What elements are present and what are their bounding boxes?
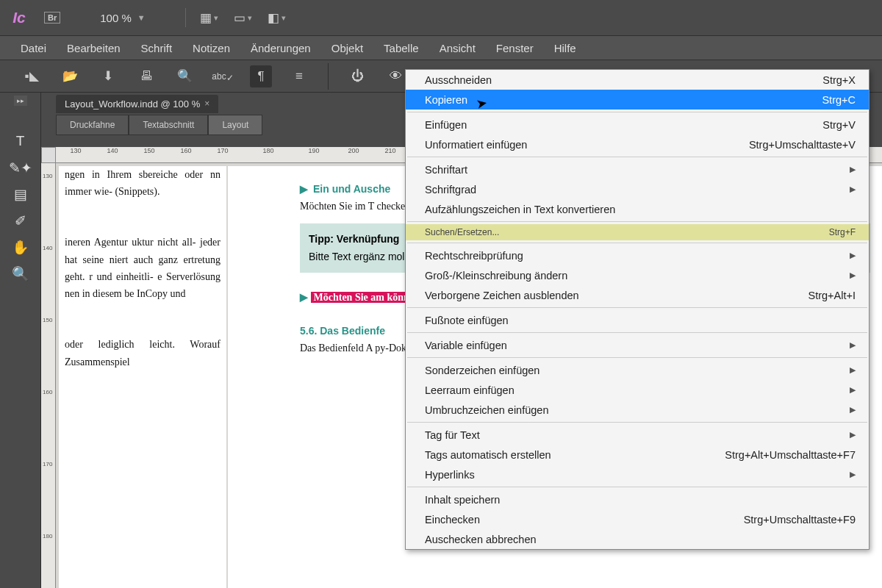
tab-layout[interactable]: Layout [208, 115, 262, 135]
menu-label: Schriftgrad [425, 184, 476, 196]
hand-tool-icon[interactable]: ✋ [6, 234, 35, 260]
context-menu-item[interactable]: Inhalt speichern [406, 490, 869, 509]
context-menu-item[interactable]: Variable einfügen▶ [406, 335, 869, 355]
menu-datei[interactable]: Datei [10, 37, 57, 59]
context-menu-item[interactable]: Leerraum einfügen▶ [406, 380, 869, 400]
menu-bearbeiten[interactable]: Bearbeiten [57, 37, 131, 59]
search-icon[interactable]: 🔍 [173, 65, 196, 87]
save-icon[interactable]: ▪◣ [21, 65, 43, 87]
submenu-arrow-icon: ▶ [850, 470, 856, 479]
eyedropper-tool-icon[interactable]: ✐ [6, 207, 35, 234]
document-tab[interactable]: Layout_Workflow.indd @ 100 % × [56, 95, 218, 113]
eye-icon[interactable]: 👁 [384, 65, 406, 87]
context-menu-item[interactable]: Umbruchzeichen einfügen▶ [406, 400, 869, 420]
menu-label: Hyperlinks [425, 469, 475, 481]
brush-tool-icon[interactable]: ✎✦ [6, 154, 35, 181]
tool-sidebar: ▸▸ T ✎✦ ▤ ✐ ✋ 🔍 [0, 93, 41, 588]
vertical-ruler: 130 140 150 160 170 180 [41, 163, 56, 588]
menu-label: Tag für Text [425, 429, 480, 441]
context-menu-item[interactable]: Schriftart▶ [406, 159, 869, 179]
shortcut-label: Strg+Alt+I [808, 290, 856, 301]
menu-fenster[interactable]: Fenster [486, 37, 544, 59]
menu-schrift[interactable]: Schrift [131, 37, 183, 59]
zoom-tool-icon[interactable]: 🔍 [6, 260, 35, 287]
power-icon[interactable]: ⏻ [346, 65, 368, 87]
menu-hilfe[interactable]: Hilfe [544, 37, 587, 59]
submenu-arrow-icon: ▶ [850, 184, 856, 194]
context-menu-item[interactable]: EincheckenStrg+Umschalttaste+F9 [406, 509, 869, 529]
context-menu-item[interactable]: Tags automatisch erstellenStrg+Alt+Umsch… [406, 445, 869, 465]
page-left: ngen in Ihrem sbereiche oder nn immer wi… [59, 166, 226, 588]
menu-separator [407, 487, 867, 487]
context-menu-item[interactable]: Aufzählungszeichen in Text konvertieren [406, 199, 869, 219]
menu-label: Umbruchzeichen einfügen [425, 404, 548, 416]
menu-notizen[interactable]: Notizen [182, 37, 240, 59]
body-text[interactable]: ineren Agentur uktur nicht all- jeder ha… [59, 234, 226, 302]
menu-label: Sonderzeichen einfügen [425, 365, 539, 376]
context-menu-item[interactable]: Groß-/Kleinschreibung ändern▶ [406, 265, 869, 285]
shortcut-label: Strg+F [829, 227, 856, 237]
menu-aenderungen[interactable]: Änderungen [240, 37, 321, 59]
menubar: Datei Bearbeiten Schrift Notizen Änderun… [0, 35, 882, 60]
menu-label: Verborgene Zeichen ausblenden [425, 290, 579, 301]
spellcheck-icon[interactable]: abc✓ [212, 65, 234, 87]
close-tab-icon[interactable]: × [204, 98, 209, 109]
menu-label: Inhalt speichern [425, 494, 500, 506]
menu-separator [407, 357, 867, 358]
menu-label: Einchecken [425, 514, 480, 526]
lines-icon[interactable]: ≡ [288, 65, 310, 87]
context-menu-item[interactable]: KopierenStrg+C [406, 90, 869, 110]
menu-label: Aufzählungszeichen in Text konvertieren [425, 204, 615, 215]
menu-label: Schriftart [425, 164, 467, 176]
menu-label: Unformatiert einfügen [425, 139, 527, 151]
context-menu-item[interactable]: Schriftgrad▶ [406, 179, 869, 199]
menu-label: Tags automatisch erstellen [425, 449, 551, 461]
tab-druckfahne[interactable]: Druckfahne [56, 115, 129, 135]
context-menu-item[interactable]: Fußnote einfügen [406, 310, 869, 330]
print-icon[interactable]: 🖶 [135, 65, 157, 87]
submenu-arrow-icon: ▶ [850, 405, 856, 415]
menu-ansicht[interactable]: Ansicht [429, 37, 486, 59]
context-menu-item[interactable]: Tag für Text▶ [406, 425, 869, 445]
fit-icon[interactable]: ▭▾ [233, 7, 254, 28]
open-icon[interactable]: 📂 [59, 65, 81, 87]
context-menu-item[interactable]: Unformatiert einfügenStrg+Umschalttaste+… [406, 135, 869, 154]
ruler-corner [41, 147, 56, 163]
submenu-arrow-icon: ▶ [850, 365, 856, 375]
context-menu-item[interactable]: Auschecken abbrechen [406, 529, 869, 549]
context-menu-item[interactable]: AusschneidenStrg+X [406, 70, 869, 90]
menu-separator [407, 221, 867, 222]
type-tool-icon[interactable]: T [6, 128, 35, 154]
menu-label: Rechtschreibprüfung [425, 250, 523, 262]
menu-label: Ausschneiden [425, 74, 492, 86]
submenu-arrow-icon: ▶ [850, 340, 856, 350]
menu-objekt[interactable]: Objekt [321, 37, 373, 59]
menu-separator [407, 307, 867, 308]
context-menu-item[interactable]: Rechtschreibprüfung▶ [406, 245, 869, 265]
context-menu-item[interactable]: Suchen/Ersetzen...Strg+F [406, 224, 869, 240]
context-menu-item[interactable]: Sonderzeichen einfügen▶ [406, 360, 869, 380]
submenu-arrow-icon: ▶ [850, 385, 856, 395]
menu-label: Suchen/Ersetzen... [425, 227, 499, 237]
pilcrow-icon[interactable]: ¶ [250, 65, 272, 87]
bridge-badge[interactable]: Br [44, 12, 60, 24]
context-menu-item[interactable]: Hyperlinks▶ [406, 465, 869, 484]
menu-tabelle[interactable]: Tabelle [373, 37, 429, 59]
download-icon[interactable]: ⬇ [97, 65, 119, 87]
body-text[interactable]: ngen in Ihrem sbereiche oder nn immer wi… [59, 166, 226, 200]
topbar: Ic Br 100 %▼ ▦▾ ▭▾ ◧▾ [0, 0, 882, 35]
frames-icon[interactable]: ▦▾ [199, 7, 220, 28]
note-tool-icon[interactable]: ▤ [6, 181, 35, 207]
panel-icon[interactable]: ◧▾ [267, 7, 287, 28]
menu-separator [407, 112, 867, 112]
document-title: Layout_Workflow.indd @ 100 % [65, 98, 200, 110]
app-logo: Ic [7, 6, 31, 29]
body-text[interactable]: oder lediglich leicht. Worauf Zusammensp… [59, 336, 226, 370]
zoom-level[interactable]: 100 %▼ [100, 12, 145, 24]
context-menu-item[interactable]: EinfügenStrg+V [406, 115, 869, 135]
submenu-arrow-icon: ▶ [850, 251, 856, 260]
tab-textabschnitt[interactable]: Textabschnitt [129, 115, 208, 135]
chevron-down-icon: ▼ [137, 13, 146, 22]
context-menu-item[interactable]: Verborgene Zeichen ausblendenStrg+Alt+I [406, 285, 869, 305]
expand-sidebar-icon[interactable]: ▸▸ [14, 96, 27, 106]
